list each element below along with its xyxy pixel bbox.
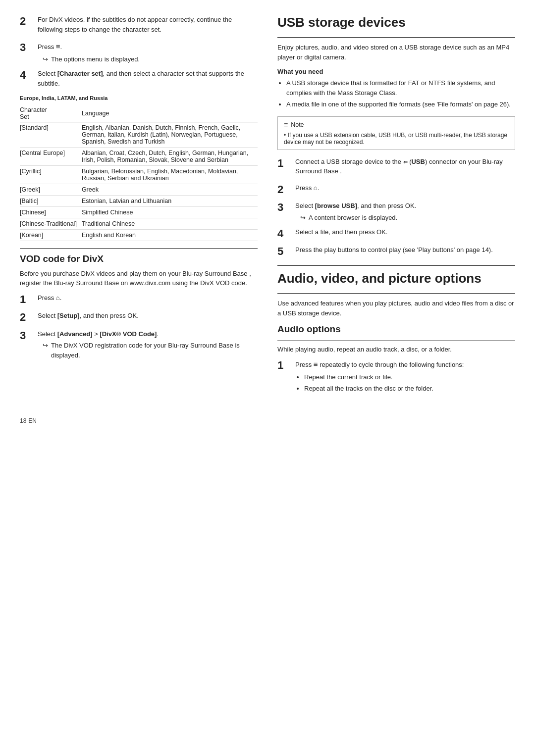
usb-connector-icon: ⇐ [403, 159, 408, 165]
language-cell: Simplified Chinese [82, 207, 258, 218]
col-header-language: Language [82, 105, 258, 122]
vod-description: Before you purchase DivX videos and play… [20, 269, 258, 288]
usb-step-3-number: 3 [277, 201, 295, 214]
audio-step-1-content: Press ≡ repeatedly to cycle through the … [295, 359, 515, 398]
step-2-block: 2 For DivX videos, if the subtitles do n… [20, 15, 258, 36]
note-box: ≡ Note • If you use a USB extension cabl… [277, 116, 515, 150]
usb-step-2-content: Press ⌂. [295, 183, 515, 195]
usb-step-3-arrow: ↪ A content browser is displayed. [300, 213, 515, 223]
step-4-number: 4 [20, 69, 38, 82]
language-cell: Traditional Chinese [82, 218, 258, 230]
usb-step-3-content: Select [browse USB], and then press OK. … [295, 201, 515, 222]
table-row: [Greek]Greek [20, 184, 258, 196]
audio-section-title: Audio, video, and picture options [277, 271, 515, 286]
vod-step-1-text: Press ⌂. [38, 293, 258, 303]
usb-step-4-content: Select a file, and then press OK. [295, 227, 515, 239]
step-3-arrow: ↪ The options menu is displayed. [43, 54, 258, 64]
what-you-need-title: What you need [277, 68, 515, 75]
step-4-text: Select [Character set], and then select … [38, 69, 258, 88]
left-column: 2 For DivX videos, if the subtitles do n… [20, 15, 258, 403]
step-2-number: 2 [20, 15, 38, 28]
divider-audio-options [277, 340, 515, 341]
language-cell: Greek [82, 184, 258, 196]
divider-vod [20, 248, 258, 249]
usb-step-3-arrow-text: A content browser is displayed. [309, 213, 397, 223]
usb-step-2-block: 2 Press ⌂. [277, 183, 515, 196]
step-2-content: For DivX videos, if the subtitles do not… [38, 15, 258, 36]
usb-step-4-number: 4 [277, 227, 295, 240]
right-column: USB storage devices Enjoy pictures, audi… [277, 15, 515, 403]
audio-bullet-item: Repeat all the tracks on the disc or the… [304, 384, 515, 394]
step-3-text: Press ≡. [38, 41, 258, 52]
audio-bullet-item: Repeat the current track or file. [304, 372, 515, 382]
char-set-cell: [Chinese] [20, 207, 82, 218]
table-row: [Cyrillic]Bulgarian, Belorussian, Englis… [20, 166, 258, 184]
step-3-number: 3 [20, 41, 38, 54]
char-set-cell: [Standard] [20, 122, 82, 148]
note-menu-icon: ≡ [284, 121, 288, 129]
audio-step-1-text: Press ≡ repeatedly to cycle through the … [295, 359, 515, 370]
table-row: [Chinese-Traditional]Traditional Chinese [20, 218, 258, 230]
col-header-charset: CharacterSet [20, 105, 82, 122]
usb-step-2-number: 2 [277, 183, 295, 196]
page-footer: 18 EN [20, 417, 515, 424]
usb-step-5-block: 5 Press the play buttons to control play… [277, 245, 515, 258]
divider-audio-top [277, 293, 515, 294]
vod-step-3-block: 3 Select [Advanced] > [DivX® VOD Code]. … [20, 329, 258, 360]
char-set-cell: [Korean] [20, 230, 82, 241]
what-you-need-list: A USB storage device that is formatted f… [286, 78, 515, 109]
vod-step-2-text: Select [Setup], and then press OK. [38, 311, 258, 321]
step-3-arrow-text: The options menu is displayed. [51, 54, 140, 64]
character-table: CharacterSet Language [Standard]English,… [20, 105, 258, 241]
footer-lang: EN [28, 417, 37, 424]
language-cell: Albanian, Croat, Czech, Dutch, English, … [82, 148, 258, 166]
usb-step-3-block: 3 Select [browse USB], and then press OK… [277, 201, 515, 222]
audio-step-1-number: 1 [277, 359, 295, 372]
footer-page-num: 18 [20, 417, 26, 424]
step-3-content: Press ≡. ↪ The options menu is displayed… [38, 41, 258, 64]
usb-step-4-block: 4 Select a file, and then press OK. [277, 227, 515, 240]
arrow-icon-usb3: ↪ [300, 213, 306, 223]
char-set-cell: [Cyrillic] [20, 166, 82, 184]
table-row: [Baltic]Estonian, Latvian and Lithuanian [20, 196, 258, 207]
divider-audio [277, 265, 515, 266]
vod-step-3-content: Select [Advanced] > [DivX® VOD Code]. ↪ … [38, 329, 258, 360]
char-set-cell: [Chinese-Traditional] [20, 218, 82, 230]
language-cell: Estonian, Latvian and Lithuanian [82, 196, 258, 207]
language-cell: English and Korean [82, 230, 258, 241]
audio-description: Use advanced features when you play pict… [277, 299, 515, 318]
char-set-cell: [Central Europe] [20, 148, 82, 166]
menu-icon: ≡ [56, 42, 60, 50]
usb-step-5-text: Press the play buttons to control play (… [295, 245, 515, 255]
usb-step-3-text: Select [browse USB], and then press OK. [295, 201, 515, 211]
language-cell: Bulgarian, Belorussian, English, Macedon… [82, 166, 258, 184]
char-set-cell: [Baltic] [20, 196, 82, 207]
language-cell: English, Albanian, Danish, Dutch, Finnis… [82, 122, 258, 148]
usb-section-title: USB storage devices [277, 15, 515, 30]
audio-step-1-block: 1 Press ≡ repeatedly to cycle through th… [277, 359, 515, 398]
vod-step-3-text: Select [Advanced] > [DivX® VOD Code]. [38, 329, 258, 339]
usb-step-2-text: Press ⌂. [295, 183, 515, 193]
vod-step-3-number: 3 [20, 329, 38, 342]
table-row: [Chinese]Simplified Chinese [20, 207, 258, 218]
audio-step-1-bullets: Repeat the current track or file.Repeat … [304, 372, 515, 394]
menu-icon-audio: ≡ [314, 360, 318, 368]
what-you-need-item-2: A media file in one of the supported fil… [286, 100, 515, 109]
step-2-text: For DivX videos, if the subtitles do not… [38, 15, 258, 34]
usb-step-1-number: 1 [277, 157, 295, 170]
page-layout: 2 For DivX videos, if the subtitles do n… [20, 15, 515, 403]
home-icon-vod1: ⌂ [56, 294, 60, 302]
usb-step-5-content: Press the play buttons to control play (… [295, 245, 515, 257]
table-section-title: Europe, India, LATAM, and Russia [20, 95, 258, 101]
vod-step-3-arrow: ↪ The DivX VOD registration code for you… [43, 341, 258, 360]
usb-step-4-text: Select a file, and then press OK. [295, 227, 515, 237]
divider-usb-top [277, 37, 515, 38]
table-row: [Korean]English and Korean [20, 230, 258, 241]
vod-step-1-content: Press ⌂. [38, 293, 258, 305]
vod-step-2-number: 2 [20, 311, 38, 324]
what-you-need-item-1: A USB storage device that is formatted f… [286, 78, 515, 98]
char-set-cell: [Greek] [20, 184, 82, 196]
step-3-block: 3 Press ≡. ↪ The options menu is display… [20, 41, 258, 64]
arrow-icon-vod3: ↪ [43, 341, 48, 351]
usb-step-1-content: Connect a USB storage device to the ⇐ (U… [295, 157, 515, 178]
